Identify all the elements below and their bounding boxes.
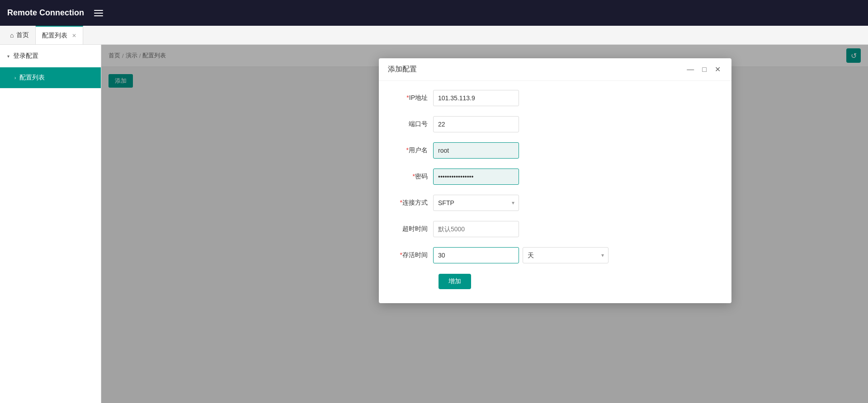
tab-config-list[interactable]: 配置列表 ✕ (36, 26, 83, 44)
main-layout: ▾ 登录配置 › 配置列表 首页 / 演示 / 配置列表 ↺ 添加 (0, 45, 868, 403)
menu-icon-line1 (94, 10, 103, 11)
form-row-ip: *IP地址 (397, 90, 713, 106)
keepalive-unit-wrap: 天 小时 分钟 ▾ (523, 247, 609, 263)
keepalive-value-input[interactable] (433, 247, 519, 263)
home-icon: ⌂ (10, 32, 14, 39)
password-input[interactable] (433, 169, 519, 185)
form-row-port: 端口号 (397, 116, 713, 132)
ip-label: *IP地址 (397, 94, 433, 102)
dialog-close-button[interactable]: ✕ (713, 65, 722, 74)
sidebar-group-label: 登录配置 (13, 52, 38, 60)
ip-input[interactable] (433, 90, 519, 106)
form-row-submit: 增加 (397, 273, 713, 290)
menu-icon-line2 (94, 13, 103, 14)
sidebar: ▾ 登录配置 › 配置列表 (0, 45, 101, 403)
password-label: *密码 (397, 173, 433, 181)
submit-add-button[interactable]: 增加 (439, 274, 471, 289)
add-config-dialog: 添加配置 — □ ✕ *IP地址 端口号 (379, 58, 731, 303)
group-expand-icon: ▾ (7, 54, 9, 59)
dialog-header: 添加配置 — □ ✕ (379, 58, 731, 81)
menu-button[interactable] (91, 7, 106, 19)
port-label: 端口号 (397, 120, 433, 128)
tab-bar: ⌂ 首页 配置列表 ✕ (0, 26, 868, 45)
connection-select-wrap: SFTP SSH FTP ▾ (433, 195, 519, 211)
sidebar-item-arrow-icon: › (14, 75, 16, 80)
menu-icon-line3 (94, 15, 103, 16)
content-area: 首页 / 演示 / 配置列表 ↺ 添加 添加配置 — □ ✕ (101, 45, 868, 403)
username-label: *用户名 (397, 146, 433, 155)
sidebar-group-header[interactable]: ▾ 登录配置 (0, 45, 101, 67)
connection-select[interactable]: SFTP SSH FTP (433, 195, 519, 211)
form-row-timeout: 超时时间 (397, 221, 713, 237)
app-title: Remote Connection (7, 8, 84, 18)
timeout-input[interactable] (433, 221, 519, 237)
form-row-keepalive: *存活时间 天 小时 分钟 ▾ (397, 247, 713, 263)
timeout-label: 超时时间 (397, 225, 433, 233)
sidebar-group-login-config: ▾ 登录配置 › 配置列表 (0, 45, 101, 89)
dialog-title: 添加配置 (388, 65, 417, 74)
tab-home[interactable]: ⌂ 首页 (4, 26, 36, 44)
tab-config-list-label: 配置列表 (42, 32, 67, 40)
form-row-password: *密码 (397, 169, 713, 185)
keepalive-label: *存活时间 (397, 251, 433, 259)
tab-home-label: 首页 (16, 31, 29, 39)
sidebar-item-config-list[interactable]: › 配置列表 (0, 67, 101, 88)
port-input[interactable] (433, 116, 519, 132)
username-input[interactable] (433, 142, 519, 159)
form-row-connection: *连接方式 SFTP SSH FTP ▾ (397, 195, 713, 211)
tab-close-icon[interactable]: ✕ (72, 33, 76, 39)
dialog-body: *IP地址 端口号 *用户名 (379, 81, 731, 303)
app-header: Remote Connection (0, 0, 868, 26)
connection-label: *连接方式 (397, 199, 433, 207)
dialog-minimize-button[interactable]: — (685, 65, 696, 74)
keepalive-unit-select[interactable]: 天 小时 分钟 (523, 247, 609, 263)
sidebar-item-label: 配置列表 (19, 74, 45, 82)
dialog-controls: — □ ✕ (685, 65, 722, 74)
form-row-username: *用户名 (397, 142, 713, 159)
keepalive-inputs: 天 小时 分钟 ▾ (433, 247, 609, 263)
dialog-maximize-button[interactable]: □ (700, 65, 708, 74)
